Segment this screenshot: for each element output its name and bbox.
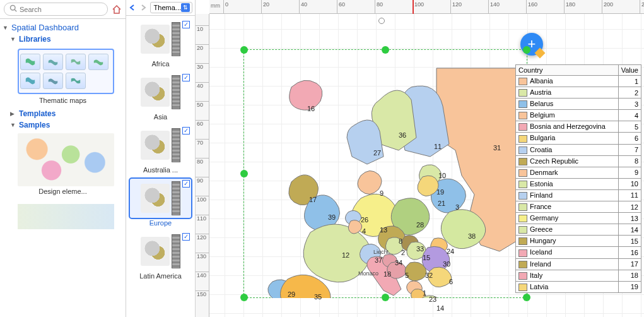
table-row[interactable]: Belarus3 xyxy=(516,99,641,110)
table-row[interactable]: Estonia10 xyxy=(516,178,641,189)
sample-thumb[interactable] xyxy=(18,204,114,229)
color-swatch xyxy=(518,100,527,108)
cell-value: 14 xyxy=(618,224,641,236)
ruler-tick: 60 xyxy=(196,120,209,127)
home-icon[interactable] xyxy=(112,4,122,15)
stencil-label: Latin America xyxy=(130,271,191,280)
stencil-item[interactable]: ✓Asia xyxy=(130,73,191,121)
cell-country: Latvia xyxy=(530,283,548,290)
tree-root-label: Spatial Dashboard xyxy=(11,23,79,32)
left-panel: ▼ Spatial Dashboard ▼ Libraries Thematic… xyxy=(0,0,126,317)
map-thumb[interactable] xyxy=(20,54,40,70)
europe-map[interactable] xyxy=(247,49,525,298)
table-row[interactable]: Iceland16 xyxy=(516,247,641,258)
ruler-tick: 20 xyxy=(196,44,209,51)
map-thumb[interactable] xyxy=(43,54,63,70)
stencil-item[interactable]: ✓Australia ... xyxy=(130,126,191,174)
table-header-country[interactable]: Country xyxy=(516,65,619,76)
country-value-table[interactable]: Country Value Albania1Austria2Belarus3Be… xyxy=(515,64,641,293)
cell-country: Bulgaria xyxy=(530,134,555,141)
ruler-vertical: 102030405060708090100110120130140150 xyxy=(196,14,209,317)
map-thumb[interactable] xyxy=(88,54,108,70)
map-thumb[interactable] xyxy=(66,54,86,70)
table-row[interactable]: Italy18 xyxy=(516,270,641,281)
caret-down-icon: ▼ xyxy=(10,36,16,42)
table-row[interactable]: Belgium4 xyxy=(516,110,641,121)
tree-templates[interactable]: ▶ Templates xyxy=(3,108,123,119)
table-row[interactable]: Bosnia and Herzegovina5 xyxy=(516,121,641,133)
color-swatch xyxy=(518,203,527,211)
table-row[interactable]: Germany13 xyxy=(516,213,641,224)
nav-back-button[interactable] xyxy=(129,3,137,13)
table-row[interactable]: Latvia19 xyxy=(516,281,641,292)
stencil-item[interactable]: ✓Latin America xyxy=(130,232,191,280)
table-row[interactable]: Hungary15 xyxy=(516,236,641,247)
stencil-category-combo[interactable]: Thema... ⇅ xyxy=(150,2,192,13)
table-row[interactable]: Denmark9 xyxy=(516,167,641,178)
cell-value: 7 xyxy=(618,144,641,155)
cell-country: Albania xyxy=(530,77,553,85)
table-row[interactable]: Croatia7 xyxy=(516,144,641,155)
check-icon: ✓ xyxy=(182,180,190,188)
cell-value: 18 xyxy=(618,270,641,281)
caret-down-icon: ▼ xyxy=(3,25,9,31)
color-swatch xyxy=(518,181,527,188)
ruler-tick: 120 xyxy=(450,0,462,14)
ruler-unit: mm xyxy=(211,3,220,9)
table-row[interactable]: Czech Republic8 xyxy=(516,155,641,167)
caret-down-icon: ▼ xyxy=(10,122,16,128)
stencil-label: Africa xyxy=(130,59,191,68)
ruler-tick: 130 xyxy=(196,253,209,260)
search-input[interactable] xyxy=(20,6,102,13)
table-row[interactable]: France12 xyxy=(516,201,641,213)
thematic-maps-caption: Thematic maps xyxy=(3,95,123,108)
stencil-list: ✓Africa✓Asia✓Australia ...✓Europe✓Latin … xyxy=(126,16,195,317)
tree-templates-label: Templates xyxy=(19,109,56,118)
cell-value: 6 xyxy=(618,133,641,144)
cell-value: 17 xyxy=(618,258,641,270)
table-row[interactable]: Bulgaria6 xyxy=(516,133,641,144)
table-row[interactable]: Finland11 xyxy=(516,189,641,201)
check-icon: ✓ xyxy=(182,21,190,28)
stencil-label: Asia xyxy=(130,112,191,121)
thematic-maps-grid[interactable] xyxy=(18,49,114,94)
tree-root[interactable]: ▼ Spatial Dashboard xyxy=(3,21,123,33)
stencil-item[interactable]: ✓Europe xyxy=(130,179,191,227)
tree-libraries[interactable]: ▼ Libraries xyxy=(3,33,123,45)
caret-right-icon: ▶ xyxy=(10,111,16,117)
ruler-tick: 70 xyxy=(196,139,209,146)
tree-libraries-label: Libraries xyxy=(19,35,51,44)
color-swatch xyxy=(518,215,527,222)
tree-samples[interactable]: ▼ Samples xyxy=(3,119,123,131)
search-icon xyxy=(9,4,17,14)
stencil-item[interactable]: ✓Africa xyxy=(130,20,191,68)
sample-thumb[interactable] xyxy=(18,133,114,186)
map-thumb[interactable] xyxy=(66,73,86,89)
map-thumb[interactable] xyxy=(20,73,40,89)
control-point[interactable] xyxy=(378,18,385,24)
drawing-page[interactable]: + xyxy=(209,14,644,317)
cell-country: Estonia xyxy=(530,180,553,188)
ruler-tick: 60 xyxy=(337,0,345,14)
ruler-tick: 150 xyxy=(196,290,209,297)
cell-country: Finland xyxy=(530,191,553,199)
canvas-area[interactable]: mm 020406080100120140160180200220 102030… xyxy=(196,0,644,317)
search-box[interactable] xyxy=(4,3,108,16)
check-icon: ✓ xyxy=(182,74,190,81)
ruler-tick: 100 xyxy=(413,0,424,14)
table-row[interactable]: Ireland17 xyxy=(516,258,641,270)
stencil-panel: Thema... ⇅ ✓Africa✓Asia✓Australia ...✓Eu… xyxy=(126,0,196,317)
ruler-tick: 40 xyxy=(196,82,209,89)
cell-country: Belarus xyxy=(530,100,553,107)
table-header-value[interactable]: Value xyxy=(618,65,641,76)
color-swatch xyxy=(518,147,527,154)
table-row[interactable]: Austria2 xyxy=(516,87,641,99)
cell-value: 16 xyxy=(618,247,641,258)
ruler-tick: 180 xyxy=(564,0,575,14)
map-thumb[interactable] xyxy=(43,73,63,89)
color-swatch xyxy=(518,237,527,245)
table-row[interactable]: Albania1 xyxy=(516,76,641,87)
color-swatch xyxy=(518,78,527,85)
table-row[interactable]: Greece14 xyxy=(516,224,641,236)
cell-value: 1 xyxy=(618,76,641,87)
